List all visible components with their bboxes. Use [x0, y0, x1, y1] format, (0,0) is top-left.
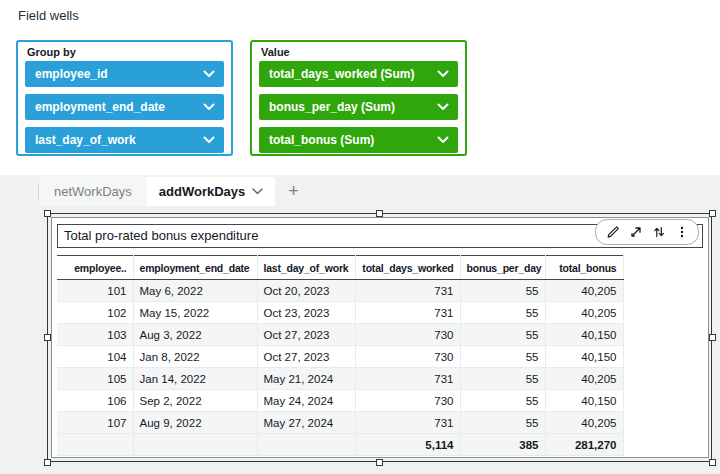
table-row: 103Aug 3, 2022Oct 27, 20237305540,150 — [57, 324, 623, 346]
kebab-menu-icon — [675, 225, 689, 239]
sheet-tab-label: addWorkDays — [159, 184, 245, 199]
table-totals: 5,114385281,270 — [57, 434, 623, 456]
table-cell: 55 — [460, 302, 545, 324]
table-cell: 40,205 — [545, 412, 623, 434]
table-cell: 40,205 — [545, 368, 623, 390]
menu-visual-button[interactable] — [670, 221, 693, 243]
sheet-tab-networkdays[interactable]: netWorkDays — [39, 177, 147, 206]
selection-handle-mid-right[interactable] — [709, 334, 716, 341]
column-header-total-days-worked[interactable]: total_days_worked — [355, 256, 460, 280]
value-pills: total_days_worked (Sum)bonus_per_day (Su… — [259, 61, 458, 153]
table-cell: 104 — [57, 346, 133, 368]
table-cell: 730 — [355, 346, 460, 368]
visual-toolbar — [595, 219, 699, 245]
selection-handle-top-center[interactable] — [376, 210, 383, 217]
data-table: employee..employment_end_datelast_day_of… — [57, 255, 624, 456]
table-cell: 102 — [57, 302, 133, 324]
column-header-employment-end-date[interactable]: employment_end_date — [133, 256, 257, 280]
totals-row: 5,114385281,270 — [57, 434, 623, 456]
column-header-employee[interactable]: employee.. — [57, 256, 133, 280]
table-cell: 731 — [355, 302, 460, 324]
table-cell: 40,150 — [545, 390, 623, 412]
table-cell: 40,150 — [545, 346, 623, 368]
add-sheet-button[interactable]: + — [275, 177, 312, 206]
chevron-down-icon[interactable] — [203, 70, 215, 78]
group-by-pills: employee_idemployment_end_datelast_day_o… — [25, 61, 224, 153]
edit-visual-button[interactable] — [601, 221, 624, 243]
value-label: Value — [261, 46, 290, 58]
field-pill-label: employment_end_date — [35, 100, 165, 114]
group-by-label: Group by — [27, 46, 76, 58]
chevron-down-icon[interactable] — [252, 188, 263, 195]
table-cell: May 21, 2024 — [257, 368, 355, 390]
table-cell: Oct 27, 2023 — [257, 346, 355, 368]
table-row: 106Sep 2, 2022May 24, 20247305540,150 — [57, 390, 623, 412]
maximize-visual-button[interactable] — [624, 221, 647, 243]
sheet-tab-label: netWorkDays — [54, 184, 132, 199]
sheet-tab-bar: netWorkDaysaddWorkDays+ — [38, 177, 312, 206]
field-pill-label: bonus_per_day (Sum) — [269, 100, 395, 114]
table-cell: May 27, 2024 — [257, 412, 355, 434]
totals-cell — [133, 434, 257, 456]
chevron-down-icon[interactable] — [203, 103, 215, 111]
table-cell: May 15, 2022 — [133, 302, 257, 324]
field-pill-last-day-of-work[interactable]: last_day_of_work — [25, 127, 224, 153]
table-row: 105Jan 14, 2022May 21, 20247315540,205 — [57, 368, 623, 390]
table-cell: 731 — [355, 412, 460, 434]
field-pill-bonus-per-day-sum[interactable]: bonus_per_day (Sum) — [259, 94, 458, 120]
totals-cell: 5,114 — [355, 434, 460, 456]
table-cell: 106 — [57, 390, 133, 412]
totals-cell: 385 — [460, 434, 545, 456]
table-cell: Oct 23, 2023 — [257, 302, 355, 324]
table-cell: Oct 20, 2023 — [257, 280, 355, 302]
header-row: employee..employment_end_datelast_day_of… — [57, 256, 623, 280]
chevron-down-icon[interactable] — [437, 70, 449, 78]
table-cell: Jan 8, 2022 — [133, 346, 257, 368]
field-pill-total-days-worked-sum[interactable]: total_days_worked (Sum) — [259, 61, 458, 87]
table-cell: 55 — [460, 324, 545, 346]
table-cell: 101 — [57, 280, 133, 302]
table-row: 101May 6, 2022Oct 20, 20237315540,205 — [57, 280, 623, 302]
table-row: 104Jan 8, 2022Oct 27, 20237305540,150 — [57, 346, 623, 368]
table-cell: 731 — [355, 368, 460, 390]
table-cell: 55 — [460, 368, 545, 390]
field-pill-label: employee_id — [35, 67, 108, 81]
table-cell: 730 — [355, 324, 460, 346]
field-pill-employee-id[interactable]: employee_id — [25, 61, 224, 87]
selection-handle-bottom-left[interactable] — [44, 459, 51, 466]
column-header-last-day-of-work[interactable]: last_day_of_work — [257, 256, 355, 280]
table-body: 101May 6, 2022Oct 20, 20237315540,205102… — [57, 280, 623, 434]
selection-handle-top-left[interactable] — [44, 210, 51, 217]
field-pill-total-bonus-sum[interactable]: total_bonus (Sum) — [259, 127, 458, 153]
edit-icon — [606, 225, 620, 239]
table-cell: 40,150 — [545, 324, 623, 346]
swap-arrows-icon — [652, 225, 666, 239]
totals-cell — [257, 434, 355, 456]
field-pill-employment-end-date[interactable]: employment_end_date — [25, 94, 224, 120]
table-cell: 731 — [355, 280, 460, 302]
sheet-tab-addworkdays[interactable]: addWorkDays — [147, 177, 275, 206]
table-cell: 103 — [57, 324, 133, 346]
selection-handle-bottom-center[interactable] — [376, 459, 383, 466]
field-pill-label: total_bonus (Sum) — [269, 133, 374, 147]
chevron-down-icon[interactable] — [203, 136, 215, 144]
table-cell: 55 — [460, 346, 545, 368]
table-cell: May 6, 2022 — [133, 280, 257, 302]
table-cell: 107 — [57, 412, 133, 434]
field-pill-label: total_days_worked (Sum) — [269, 67, 414, 81]
table-cell: Sep 2, 2022 — [133, 390, 257, 412]
table-cell: 55 — [460, 280, 545, 302]
table-visual-card[interactable]: Total pro-rated bonus expenditure employ… — [51, 217, 709, 458]
table-cell: 55 — [460, 412, 545, 434]
chevron-down-icon[interactable] — [437, 136, 449, 144]
selection-handle-bottom-right[interactable] — [709, 459, 716, 466]
swap-visual-button[interactable] — [647, 221, 670, 243]
column-header-total-bonus[interactable]: total_bonus — [545, 256, 623, 280]
column-header-bonus-per-day[interactable]: bonus_per_day — [460, 256, 545, 280]
selection-handle-mid-left[interactable] — [44, 334, 51, 341]
totals-cell — [57, 434, 133, 456]
table-row: 102May 15, 2022Oct 23, 20237315540,205 — [57, 302, 623, 324]
chevron-down-icon[interactable] — [437, 103, 449, 111]
table-cell: Aug 9, 2022 — [133, 412, 257, 434]
selection-handle-top-right[interactable] — [709, 210, 716, 217]
